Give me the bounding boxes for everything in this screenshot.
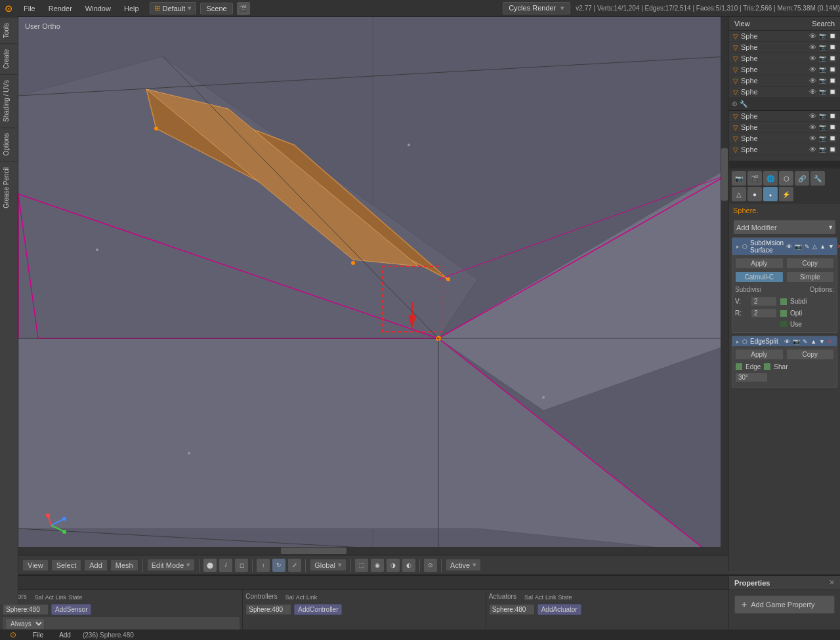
solid-icon[interactable]: ◉ xyxy=(371,559,384,572)
add-actuator-btn[interactable]: AddActuator xyxy=(537,604,581,615)
sidebar-tab-grease-pencil[interactable]: Grease Pencil xyxy=(0,161,18,214)
eye-icon-3[interactable]: 👁 xyxy=(809,66,816,73)
proportional-icon[interactable]: ⊙ xyxy=(424,559,437,572)
menu-window[interactable]: Window xyxy=(79,0,117,17)
actuators-obj-input[interactable] xyxy=(489,604,535,615)
outliner-item-7[interactable]: ▽ Sphe 👁 📷 🔲 xyxy=(729,122,840,133)
material-icon[interactable]: ◑ xyxy=(387,559,400,572)
subdiv-copy-btn[interactable]: Copy xyxy=(786,258,835,269)
eye-icon-4[interactable]: 👁 xyxy=(809,77,816,85)
cam-icon-6[interactable]: 📷 xyxy=(819,113,826,119)
shading-dropdown[interactable]: Active ▾ xyxy=(446,559,481,571)
menu-file[interactable]: File xyxy=(17,0,42,17)
particles-icon[interactable]: ⬥ xyxy=(763,187,778,201)
menu-help[interactable]: Help xyxy=(117,0,146,17)
outliner-item-5[interactable]: ▽ Sphe 👁 📷 🔲 xyxy=(729,87,840,98)
menu-render[interactable]: Render xyxy=(42,0,79,17)
edge-mode-icon[interactable]: / xyxy=(219,559,232,572)
edge-copy-btn[interactable]: Copy xyxy=(786,349,835,360)
status-add-menu[interactable]: Add xyxy=(55,630,75,640)
sensors-state[interactable]: State xyxy=(68,594,82,601)
outliner-item-9[interactable]: ▽ Sphe 👁 📷 🔲 xyxy=(729,144,840,155)
scene-icon[interactable]: 🎬 xyxy=(237,2,250,15)
subdiv-cage-icon[interactable]: △ xyxy=(812,243,817,250)
render-icon-9[interactable]: 🔲 xyxy=(829,146,836,153)
mode-dropdown[interactable]: Edit Mode ▾ xyxy=(147,559,196,571)
render-icon-8[interactable]: 🔲 xyxy=(829,135,836,142)
scene-props-icon[interactable]: 🎬 xyxy=(747,171,762,186)
cam-icon-0[interactable]: 📷 xyxy=(819,33,826,39)
v-input[interactable] xyxy=(751,296,777,306)
outliner-item-6[interactable]: ▽ Sphe 👁 📷 🔲 xyxy=(729,111,840,122)
eye-icon-2[interactable]: 👁 xyxy=(809,54,816,62)
render-icon-1[interactable]: 🔲 xyxy=(829,44,836,50)
edge-down-icon[interactable]: ▼ xyxy=(819,338,825,345)
sidebar-tab-tools[interactable]: Tools xyxy=(0,17,18,43)
outliner-item-1[interactable]: ▽ Sphe 👁 📷 🔲 xyxy=(729,42,840,53)
outliner-item-0[interactable]: ▽ Sphe 👁 📷 🔲 xyxy=(729,31,840,42)
cam-icon-7[interactable]: 📷 xyxy=(819,124,826,130)
cam-icon-9[interactable]: 📷 xyxy=(819,146,826,153)
cam-icon-8[interactable]: 📷 xyxy=(819,135,826,142)
toolbar-select[interactable]: Select xyxy=(51,559,82,571)
sensors-link[interactable]: Link xyxy=(56,594,67,601)
sensors-act[interactable]: Act xyxy=(45,594,54,601)
transform-move-icon[interactable]: ↕ xyxy=(257,559,270,572)
sidebar-tab-options[interactable]: Options xyxy=(0,127,18,161)
face-mode-icon[interactable]: ◻ xyxy=(235,559,248,572)
subdi-checkbox[interactable] xyxy=(780,298,788,306)
add-controller-btn[interactable]: AddController xyxy=(294,604,342,615)
cam-icon-2[interactable]: 📷 xyxy=(819,55,826,62)
edge-delete-icon[interactable]: ✕ xyxy=(828,338,833,345)
rendered-icon[interactable]: ◐ xyxy=(402,559,415,572)
r-input[interactable] xyxy=(751,308,777,318)
outliner-item-4[interactable]: ▽ Sphe 👁 📷 🔲 xyxy=(729,75,840,87)
status-file-menu[interactable]: File xyxy=(29,630,47,640)
ctrl-link[interactable]: Link xyxy=(306,594,318,601)
add-sensor-btn[interactable]: AddSensor xyxy=(51,604,91,615)
ctrl-sal[interactable]: Sal xyxy=(285,594,294,601)
subdiv-edit-icon[interactable]: ✎ xyxy=(805,243,810,250)
wrench-icon[interactable]: 🔧 xyxy=(740,100,747,108)
constraint-icon[interactable]: 🔗 xyxy=(795,171,809,186)
outliner-item-2[interactable]: ▽ Sphe 👁 📷 🔲 xyxy=(729,53,840,64)
sensors-sal[interactable]: Sal xyxy=(35,594,43,601)
3d-viewport[interactable]: User Ortho xyxy=(18,17,728,555)
eye-icon-6[interactable]: 👁 xyxy=(809,112,816,120)
controllers-obj-input[interactable] xyxy=(245,604,291,615)
ctrl-act[interactable]: Act xyxy=(296,594,304,601)
eye-icon-9[interactable]: 👁 xyxy=(809,146,816,153)
toolbar-mesh[interactable]: Mesh xyxy=(110,559,138,571)
edge-edit-icon[interactable]: ✎ xyxy=(803,338,808,345)
subdiv-delete-icon[interactable]: ✕ xyxy=(837,243,840,250)
transform-rotate-icon[interactable]: ↻ xyxy=(272,559,285,572)
edge-apply-btn[interactable]: Apply xyxy=(735,349,784,360)
toolbar-add[interactable]: Add xyxy=(84,559,108,571)
angle-input[interactable] xyxy=(735,372,768,382)
opti-checkbox[interactable] xyxy=(780,310,788,317)
render-icon-3[interactable]: 🔲 xyxy=(829,66,836,73)
eye-icon-7[interactable]: 👁 xyxy=(809,123,816,131)
render-icon-2[interactable]: 🔲 xyxy=(829,55,836,62)
edge-checkbox[interactable] xyxy=(735,363,743,370)
world-props-icon[interactable]: 🌐 xyxy=(763,171,778,186)
edge-eye-icon[interactable]: 👁 xyxy=(784,338,790,345)
sensors-obj-input[interactable] xyxy=(3,604,49,615)
eye-icon-5[interactable]: 👁 xyxy=(809,88,816,96)
subdiv-eye-icon[interactable]: 👁 xyxy=(786,243,792,250)
render-props-icon[interactable]: 📷 xyxy=(732,171,746,186)
add-modifier-button[interactable]: Add Modifier ▾ xyxy=(733,220,836,235)
tools-icon[interactable]: ⚙ xyxy=(732,100,738,108)
sensor-item-0[interactable]: Always xyxy=(3,617,240,631)
eye-icon-0[interactable]: 👁 xyxy=(809,32,816,40)
catmull-btn[interactable]: Catmull-C xyxy=(735,271,784,283)
cam-icon-3[interactable]: 📷 xyxy=(819,66,826,73)
subdiv-up-icon[interactable]: ▲ xyxy=(820,243,826,250)
modifier-icon[interactable]: 🔧 xyxy=(810,171,825,186)
subdiv-down-icon[interactable]: ▼ xyxy=(828,243,834,250)
toolbar-view[interactable]: View xyxy=(22,559,49,571)
eye-icon-8[interactable]: 👁 xyxy=(809,134,816,142)
sidebar-tab-create[interactable]: Create xyxy=(0,43,18,74)
act-state[interactable]: State xyxy=(558,594,572,601)
cam-icon-4[interactable]: 📷 xyxy=(819,77,826,84)
